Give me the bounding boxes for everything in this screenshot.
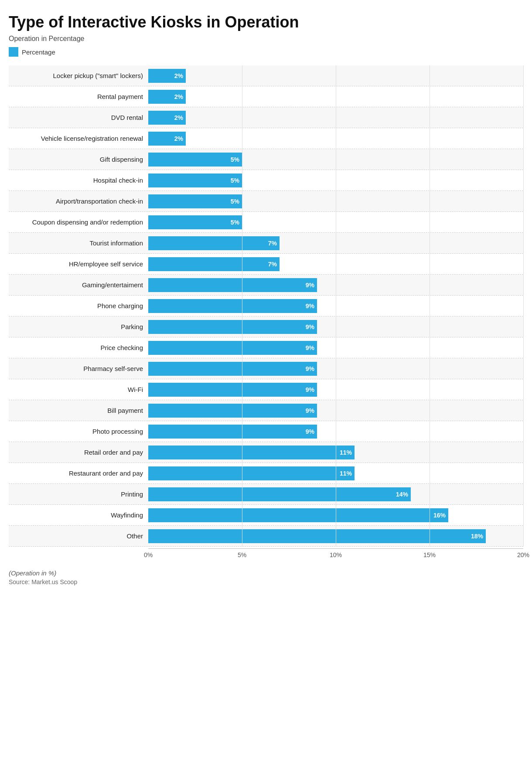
bar: 9% xyxy=(148,299,317,313)
bar-value-label: 9% xyxy=(306,303,314,310)
chart-row: Rental payment2% xyxy=(9,86,523,107)
bars-wrapper: 7% xyxy=(148,254,523,274)
bar: 9% xyxy=(148,383,317,397)
bar-label: Gift dispensing xyxy=(9,156,148,163)
chart-row: Photo processing9% xyxy=(9,421,523,442)
bar-label: Rental payment xyxy=(9,93,148,100)
bars-wrapper: 2% xyxy=(148,107,523,128)
bar-label: Pharmacy self-serve xyxy=(9,365,148,372)
bar-value-label: 9% xyxy=(306,323,314,330)
chart-row: Retail order and pay11% xyxy=(9,442,523,463)
bar-label: Photo processing xyxy=(9,428,148,435)
chart-row: HR/employee self service7% xyxy=(9,254,523,275)
bar: 11% xyxy=(148,446,355,459)
bar: 9% xyxy=(148,341,317,355)
bars-wrapper: 2% xyxy=(148,86,523,107)
chart-row: Bill payment9% xyxy=(9,400,523,421)
bar: 9% xyxy=(148,404,317,418)
bar: 5% xyxy=(148,194,242,208)
bars-wrapper: 16% xyxy=(148,505,523,525)
bar: 9% xyxy=(148,362,317,376)
bars-wrapper: 9% xyxy=(148,275,523,295)
bar-label: Vehicle license/registration renewal xyxy=(9,135,148,142)
legend-color-box xyxy=(9,47,18,57)
chart-row: Gaming/entertaiment9% xyxy=(9,275,523,296)
bar-label: Printing xyxy=(9,490,148,498)
bar-value-label: 11% xyxy=(340,470,352,477)
bar: 9% xyxy=(148,320,317,334)
bar-value-label: 9% xyxy=(306,386,314,393)
x-tick: 5% xyxy=(238,551,246,558)
bar-label: HR/employee self service xyxy=(9,260,148,268)
bar-label: Airport/transportation check-in xyxy=(9,197,148,205)
chart-subtitle: Operation in Percentage xyxy=(9,35,523,43)
chart-row: Hospital check-in5% xyxy=(9,170,523,191)
bars-wrapper: 9% xyxy=(148,421,523,442)
legend: Percentage xyxy=(9,47,523,57)
bar-value-label: 14% xyxy=(396,491,408,498)
bar-label: Tourist information xyxy=(9,239,148,247)
bars-wrapper: 9% xyxy=(148,316,523,337)
bar-value-label: 9% xyxy=(306,344,314,351)
bar-value-label: 2% xyxy=(174,135,183,142)
bar-value-label: 5% xyxy=(231,156,239,163)
legend-label: Percentage xyxy=(22,48,55,56)
bar-label: Wi-Fi xyxy=(9,386,148,393)
bar-value-label: 9% xyxy=(306,365,314,372)
chart-row: Other18% xyxy=(9,526,523,547)
bar: 9% xyxy=(148,425,317,439)
bar: 7% xyxy=(148,236,280,250)
footnote: (Operation in %) xyxy=(9,569,523,577)
bar: 5% xyxy=(148,173,242,187)
bars-wrapper: 5% xyxy=(148,212,523,232)
bars-wrapper: 2% xyxy=(148,128,523,149)
chart-row: Wi-Fi9% xyxy=(9,379,523,400)
x-axis: 0%5%10%15%20% xyxy=(148,548,523,561)
chart-area: Locker pickup ("smart" lockers)2%Rental … xyxy=(9,65,523,547)
chart-row: Gift dispensing5% xyxy=(9,149,523,170)
bar-value-label: 11% xyxy=(340,449,352,456)
bars-wrapper: 11% xyxy=(148,463,523,483)
bar: 7% xyxy=(148,257,280,271)
bar-label: Locker pickup ("smart" lockers) xyxy=(9,72,148,79)
bars-wrapper: 9% xyxy=(148,379,523,400)
bars-wrapper: 18% xyxy=(148,526,523,546)
bar-label: Restaurant order and pay xyxy=(9,469,148,477)
chart-row: Wayfinding16% xyxy=(9,505,523,526)
bars-wrapper: 5% xyxy=(148,191,523,211)
bar-value-label: 7% xyxy=(268,240,277,247)
bar-label: Hospital check-in xyxy=(9,177,148,184)
chart-row: Pharmacy self-serve9% xyxy=(9,358,523,379)
bar: 16% xyxy=(148,508,448,522)
bar-value-label: 2% xyxy=(174,93,183,100)
bar-label: Wayfinding xyxy=(9,511,148,519)
bar-value-label: 9% xyxy=(306,407,314,414)
bar-value-label: 5% xyxy=(231,198,239,205)
chart-row: Locker pickup ("smart" lockers)2% xyxy=(9,65,523,86)
bars-wrapper: 9% xyxy=(148,296,523,316)
chart-row: Restaurant order and pay11% xyxy=(9,463,523,484)
bar-label: Parking xyxy=(9,323,148,330)
bar-value-label: 7% xyxy=(268,261,277,268)
bars-wrapper: 9% xyxy=(148,400,523,421)
bar-value-label: 9% xyxy=(306,428,314,435)
bar-value-label: 2% xyxy=(174,114,183,121)
bar-label: Bill payment xyxy=(9,407,148,414)
x-tick: 10% xyxy=(330,551,342,558)
bar-label: Price checking xyxy=(9,344,148,351)
chart-row: Parking9% xyxy=(9,316,523,337)
bar-label: Gaming/entertaiment xyxy=(9,281,148,289)
bars-wrapper: 11% xyxy=(148,442,523,463)
bars-wrapper: 7% xyxy=(148,233,523,253)
chart-row: Phone charging9% xyxy=(9,296,523,316)
bars-wrapper: 9% xyxy=(148,358,523,379)
bar: 11% xyxy=(148,466,355,480)
bar-value-label: 16% xyxy=(433,512,446,519)
chart-row: Tourist information7% xyxy=(9,233,523,254)
bar-value-label: 2% xyxy=(174,72,183,79)
bar-value-label: 5% xyxy=(231,177,239,184)
bar: 2% xyxy=(148,111,186,125)
bar: 5% xyxy=(148,153,242,167)
bars-wrapper: 14% xyxy=(148,484,523,504)
chart-row: Coupon dispensing and/or redemption5% xyxy=(9,212,523,233)
